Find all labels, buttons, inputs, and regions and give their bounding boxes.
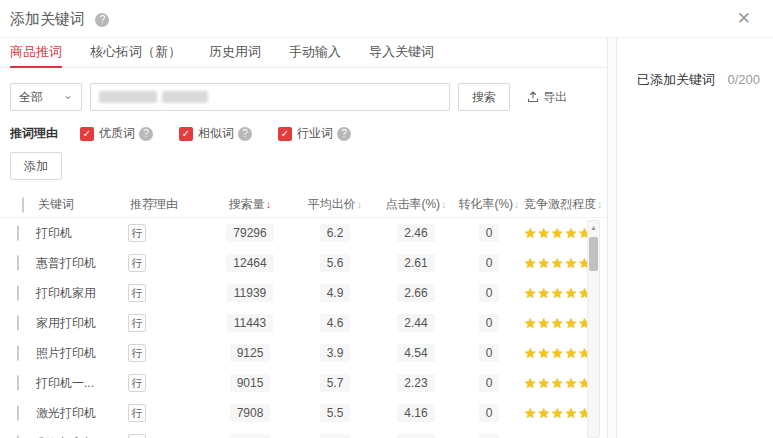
filter-label: 行业词 xyxy=(297,125,333,142)
filter-label: 相似词 xyxy=(198,125,234,142)
competition-stars: ★★★★★ xyxy=(524,315,592,331)
sort-down-icon[interactable]: ↓ xyxy=(357,198,363,210)
reason-tag: 行 xyxy=(128,314,146,332)
cvr-cell: 0 xyxy=(479,254,500,272)
ctr-cell: 4.16 xyxy=(397,404,434,422)
added-keywords-count: 0/200 xyxy=(727,72,760,87)
keyword-cell: 打印机 xyxy=(36,225,128,242)
reason-tag: 行 xyxy=(128,374,146,392)
competition-stars: ★★★★★ xyxy=(524,255,592,271)
export-icon xyxy=(527,91,539,103)
avg-price-cell: 3.9 xyxy=(320,344,351,362)
keyword-cell: 家用打印机 xyxy=(36,315,128,332)
row-checkbox[interactable] xyxy=(17,345,19,361)
tab-manual-input[interactable]: 手动输入 xyxy=(289,38,341,68)
category-select[interactable]: 全部 ⌄ xyxy=(10,83,82,111)
competition-stars: ★★★★★ xyxy=(524,285,592,301)
scroll-up-icon[interactable]: ▲ xyxy=(588,221,599,234)
select-all-checkbox[interactable] xyxy=(22,197,24,213)
filter-label: 优质词 xyxy=(99,125,135,142)
tab-core-expansion[interactable]: 核心拓词（新） xyxy=(90,38,181,68)
tab-bar: 商品推词 核心拓词（新） 历史用词 手动输入 导入关键词 xyxy=(0,38,607,68)
vertical-divider xyxy=(607,38,617,438)
search-volume-cell: 11443 xyxy=(227,314,273,332)
modal-header: 添加关键词 ? ✕ xyxy=(0,0,773,38)
search-volume-cell: 11939 xyxy=(227,284,273,302)
row-checkbox[interactable] xyxy=(17,255,19,271)
search-volume-cell: 9015 xyxy=(230,374,271,392)
col-competition[interactable]: 竞争激烈程度↓ xyxy=(524,196,603,213)
tab-product-recommend[interactable]: 商品推词 xyxy=(10,38,62,68)
export-label: 导出 xyxy=(543,89,567,106)
search-volume-cell: 79296 xyxy=(226,224,273,242)
chevron-down-icon: ⌄ xyxy=(63,90,73,100)
ctr-cell: 2.66 xyxy=(397,284,434,302)
col-search-volume[interactable]: 搜索量↓ xyxy=(208,196,292,213)
sort-down-icon[interactable]: ↓ xyxy=(441,198,447,210)
help-question-icon[interactable]: ? xyxy=(238,127,252,141)
row-checkbox[interactable] xyxy=(17,225,19,241)
keyword-cell: 激光打印机 xyxy=(36,405,128,422)
row-checkbox[interactable] xyxy=(17,315,19,331)
ctr-cell: 2.61 xyxy=(397,254,434,272)
checkbox-checked-icon[interactable]: ✓ xyxy=(179,127,193,141)
sort-down-icon[interactable]: ↓ xyxy=(266,198,272,210)
row-checkbox[interactable] xyxy=(17,405,19,421)
filter-similar-words[interactable]: ✓ 相似词 ? xyxy=(179,125,252,142)
search-toolbar: 全部 ⌄ 搜索 导出 xyxy=(10,83,597,111)
col-keyword: 关键词 xyxy=(36,196,128,213)
avg-price-cell: 4.6 xyxy=(320,314,351,332)
scrollbar-thumb[interactable] xyxy=(589,237,598,271)
keyword-search-input[interactable] xyxy=(90,83,450,111)
checkbox-checked-icon[interactable]: ✓ xyxy=(278,127,292,141)
help-question-icon[interactable]: ? xyxy=(337,127,351,141)
ctr-cell: 2.46 xyxy=(397,224,434,242)
search-volume-cell: 6637 xyxy=(230,434,271,438)
table-scrollbar[interactable]: ▲ xyxy=(587,220,600,438)
page-title: 添加关键词 xyxy=(10,10,85,29)
reason-tag: 行 xyxy=(128,434,146,438)
tab-history-words[interactable]: 历史用词 xyxy=(209,38,261,68)
filter-quality-words[interactable]: ✓ 优质词 ? xyxy=(80,125,153,142)
checkbox-checked-icon[interactable]: ✓ xyxy=(80,127,94,141)
col-cvr[interactable]: 转化率(%)↓ xyxy=(454,196,524,213)
help-question-icon[interactable]: ? xyxy=(95,13,109,27)
search-input-redacted-text xyxy=(162,91,208,103)
avg-price-cell: 6.2 xyxy=(320,224,351,242)
filter-industry-words[interactable]: ✓ 行业词 ? xyxy=(278,125,351,142)
row-checkbox[interactable] xyxy=(17,375,19,391)
table-row: 照片打印机行91253.94.540★★★★★ xyxy=(0,338,607,368)
table-row: 打印机一...行90155.72.230★★★★★ xyxy=(0,368,607,398)
search-button[interactable]: 搜索 xyxy=(458,83,510,111)
cvr-cell: 0 xyxy=(479,284,500,302)
table-row: 打印机行792966.22.460★★★★★ xyxy=(0,218,607,248)
keyword-table: 关键词 推荐理由 搜索量↓ 平均出价↓ 点击率(%)↓ 转化率(%)↓ 竞争激烈… xyxy=(0,192,607,438)
keyword-picker-pane: 商品推词 核心拓词（新） 历史用词 手动输入 导入关键词 全部 ⌄ 搜索 导出 xyxy=(0,38,607,438)
col-avg-price[interactable]: 平均出价↓ xyxy=(292,196,378,213)
row-checkbox[interactable] xyxy=(17,285,19,301)
cvr-cell: 0 xyxy=(479,374,500,392)
sort-down-icon[interactable]: ↓ xyxy=(597,198,603,210)
ctr-cell: 2.44 xyxy=(397,314,434,332)
add-row: 添加 xyxy=(10,152,597,180)
keyword-cell: 打印机家用 xyxy=(36,285,128,302)
close-icon[interactable]: ✕ xyxy=(737,8,751,29)
keyword-cell: 彩色打印机 xyxy=(36,435,128,438)
cvr-cell: 0 xyxy=(479,344,500,362)
reason-tag: 行 xyxy=(128,224,146,242)
ctr-cell: 2.23 xyxy=(397,374,434,392)
added-keywords-panel: 已添加关键词 0/200 xyxy=(617,38,773,438)
reason-filter-label: 推词理由 xyxy=(10,125,58,142)
add-button[interactable]: 添加 xyxy=(10,152,62,180)
competition-stars: ★★★★★ xyxy=(524,345,592,361)
help-question-icon[interactable]: ? xyxy=(139,127,153,141)
cvr-cell: 0 xyxy=(479,314,500,332)
ctr-cell: 4.54 xyxy=(397,344,434,362)
table-row: 家用打印机行114434.62.440★★★★★ xyxy=(0,308,607,338)
sort-down-icon[interactable]: ↓ xyxy=(514,198,520,210)
export-button[interactable]: 导出 xyxy=(527,89,567,106)
avg-price-cell: 5.6 xyxy=(320,254,351,272)
table-row: 惠普打印机行124645.62.610★★★★★ xyxy=(0,248,607,278)
tab-import-keywords[interactable]: 导入关键词 xyxy=(369,38,434,68)
col-ctr[interactable]: 点击率(%)↓ xyxy=(378,196,454,213)
